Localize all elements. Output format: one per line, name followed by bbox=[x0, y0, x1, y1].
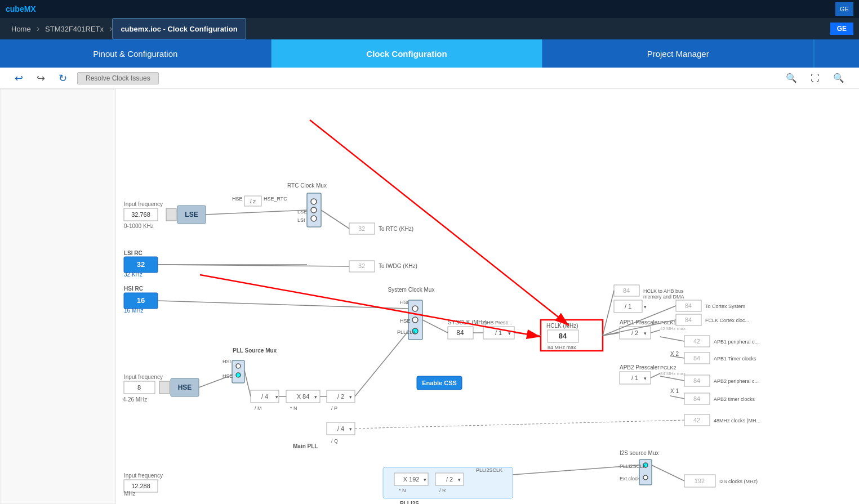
svg-text:* N: * N bbox=[290, 405, 297, 411]
svg-line-182 bbox=[513, 465, 639, 475]
svg-text:192: 192 bbox=[695, 478, 705, 484]
svg-text:/ 2: / 2 bbox=[337, 393, 344, 400]
svg-text:/ 2: / 2 bbox=[250, 199, 256, 204]
zoom-out-button[interactable]: 🔍 bbox=[830, 72, 848, 84]
zoom-in-button[interactable]: 🔍 bbox=[782, 72, 800, 84]
svg-text:To Cortex System: To Cortex System bbox=[705, 304, 745, 309]
svg-point-48 bbox=[412, 306, 418, 311]
svg-text:HSE: HSE bbox=[178, 383, 192, 391]
ge-button[interactable]: GE bbox=[835, 2, 853, 16]
svg-text:84: 84 bbox=[623, 287, 630, 294]
svg-text:PLLI2SCLK: PLLI2SCLK bbox=[476, 467, 502, 473]
svg-line-171 bbox=[244, 371, 251, 396]
svg-line-183 bbox=[652, 465, 684, 481]
svg-point-49 bbox=[412, 317, 418, 323]
svg-text:/ 1: / 1 bbox=[631, 374, 638, 381]
redo-button[interactable]: ↪ bbox=[33, 71, 48, 86]
resolve-clock-button[interactable]: Resolve Clock Issues bbox=[77, 72, 159, 84]
svg-text:PLL Source Mux: PLL Source Mux bbox=[233, 347, 277, 354]
svg-text:HCLK to AHB bus: HCLK to AHB bus bbox=[643, 288, 684, 294]
svg-text:HSI: HSI bbox=[222, 359, 231, 364]
svg-text:APB2 timer clocks: APB2 timer clocks bbox=[714, 396, 755, 402]
breadcrumb-mcu[interactable]: STM32F401RETx bbox=[39, 18, 109, 39]
svg-text:PLLCLK: PLLCLK bbox=[397, 329, 416, 335]
breadcrumb-home[interactable]: Home bbox=[6, 18, 37, 39]
svg-point-35 bbox=[311, 207, 317, 213]
svg-text:/ R: / R bbox=[439, 488, 446, 493]
svg-text:Main PLL: Main PLL bbox=[293, 443, 318, 449]
svg-point-34 bbox=[311, 199, 317, 204]
svg-line-175 bbox=[651, 330, 660, 333]
svg-line-179 bbox=[660, 376, 684, 381]
svg-text:FCLK Cortex cloc...: FCLK Cortex cloc... bbox=[705, 318, 749, 323]
svg-text:PLLI2S: PLLI2S bbox=[400, 501, 419, 504]
app-logo: cubeMX bbox=[6, 5, 36, 14]
svg-text:APB2 Prescaler: APB2 Prescaler bbox=[620, 364, 660, 371]
svg-text:LSI RC: LSI RC bbox=[124, 250, 143, 256]
tab-clock[interactable]: Clock Configuration bbox=[272, 39, 543, 68]
svg-text:16: 16 bbox=[137, 296, 145, 305]
clock-diagram: Input frequency 32.768 0-1000 KHz LSE LS… bbox=[0, 89, 859, 504]
svg-text:84: 84 bbox=[456, 329, 464, 337]
top-bar-right: GE bbox=[835, 2, 853, 16]
svg-line-160 bbox=[158, 301, 408, 309]
svg-text:Input frequency: Input frequency bbox=[124, 472, 163, 479]
svg-text:X 1: X 1 bbox=[670, 388, 679, 394]
svg-text:▾: ▾ bbox=[644, 376, 647, 381]
svg-text:/ 2: / 2 bbox=[446, 476, 453, 483]
tab-pinout[interactable]: Pinout & Configuration bbox=[0, 39, 272, 68]
svg-text:/ 4: / 4 bbox=[261, 393, 268, 400]
svg-line-176 bbox=[660, 337, 684, 341]
svg-text:RTC Clock Mux: RTC Clock Mux bbox=[287, 182, 327, 189]
svg-text:/ Q: / Q bbox=[331, 438, 338, 444]
svg-text:▾: ▾ bbox=[314, 394, 317, 400]
svg-text:Input frequency: Input frequency bbox=[124, 201, 163, 207]
breadcrumb-file[interactable]: cubemx.ioc - Clock Configuration bbox=[112, 18, 246, 39]
svg-text:memory and DMA: memory and DMA bbox=[643, 294, 684, 300]
undo-button[interactable]: ↩ bbox=[11, 71, 26, 86]
svg-text:HSE_RTC: HSE_RTC bbox=[264, 196, 287, 202]
svg-line-161 bbox=[199, 375, 232, 387]
svg-text:/ 1: / 1 bbox=[625, 303, 631, 310]
svg-line-164 bbox=[422, 320, 448, 333]
svg-text:/ P: / P bbox=[331, 405, 337, 411]
fit-button[interactable]: ⛶ bbox=[807, 72, 823, 84]
svg-text:84 MHz max: 84 MHz max bbox=[548, 345, 576, 350]
svg-text:X 192: X 192 bbox=[403, 476, 420, 483]
svg-text:HSE: HSE bbox=[400, 318, 411, 324]
svg-text:4-26 MHz: 4-26 MHz bbox=[123, 396, 147, 403]
svg-text:32 KHz: 32 KHz bbox=[124, 271, 143, 278]
breadcrumb-ge[interactable]: GE bbox=[830, 23, 853, 35]
svg-text:APB2 peripheral c...: APB2 peripheral c... bbox=[714, 378, 759, 384]
svg-text:▾: ▾ bbox=[458, 477, 461, 483]
svg-text:84: 84 bbox=[693, 355, 700, 362]
top-bar: cubeMX GE bbox=[0, 0, 859, 18]
svg-text:* N: * N bbox=[399, 488, 406, 493]
svg-text:To RTC (KHz): To RTC (KHz) bbox=[379, 226, 413, 232]
svg-line-185 bbox=[310, 120, 569, 325]
svg-text:HSI: HSI bbox=[400, 300, 408, 305]
svg-line-180 bbox=[670, 396, 684, 399]
svg-line-158 bbox=[206, 210, 307, 215]
svg-text:/ 4: / 4 bbox=[337, 425, 344, 432]
refresh-button[interactable]: ↻ bbox=[55, 71, 70, 86]
svg-rect-0 bbox=[0, 89, 115, 504]
svg-text:Enable CSS: Enable CSS bbox=[422, 380, 457, 386]
tab-project[interactable]: Project Manager bbox=[542, 39, 814, 68]
breadcrumb: Home › STM32F401RETx › cubemx.ioc - Cloc… bbox=[0, 18, 859, 39]
svg-text:12.288: 12.288 bbox=[131, 483, 150, 489]
svg-point-111 bbox=[236, 373, 241, 377]
svg-text:HSI RC: HSI RC bbox=[124, 286, 143, 292]
svg-text:48MHz clocks (MH...: 48MHz clocks (MH... bbox=[714, 418, 760, 423]
svg-text:AHB Presc...: AHB Presc... bbox=[483, 320, 513, 325]
svg-text:84: 84 bbox=[693, 395, 700, 402]
svg-text:Input frequency: Input frequency bbox=[124, 374, 163, 380]
svg-text:16 MHz: 16 MHz bbox=[124, 307, 143, 314]
svg-line-162 bbox=[321, 210, 349, 229]
svg-line-181 bbox=[355, 420, 684, 429]
svg-text:▾: ▾ bbox=[424, 477, 426, 483]
svg-text:84: 84 bbox=[685, 302, 692, 309]
svg-text:To IWDG (KHz): To IWDG (KHz) bbox=[379, 263, 417, 269]
svg-text:▾: ▾ bbox=[349, 426, 352, 432]
tab-extra[interactable] bbox=[814, 39, 859, 68]
